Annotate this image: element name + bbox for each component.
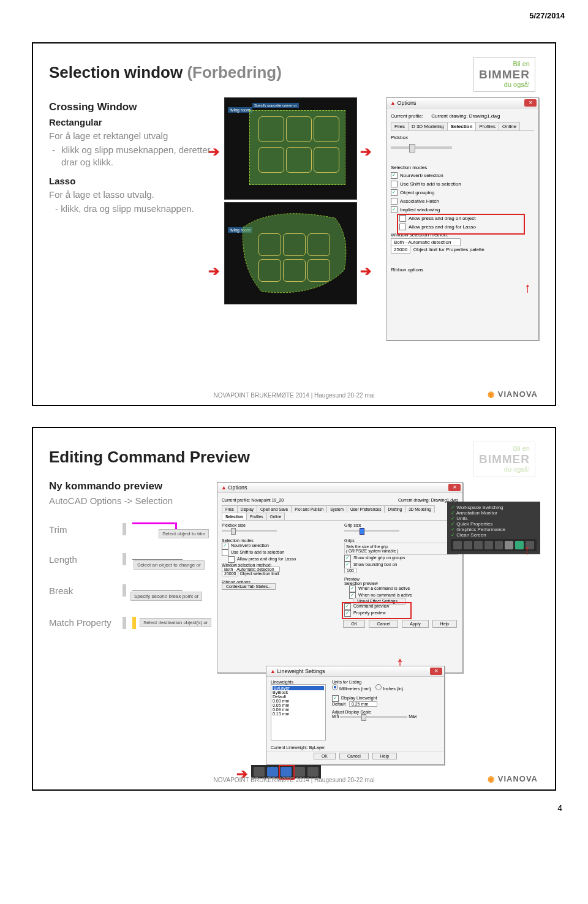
lasso-bullet: - klikk, dra og slipp museknappen. xyxy=(49,203,221,215)
red-highlight-box xyxy=(397,214,525,235)
options-dialog-large[interactable]: ▲ Options ✕ Current profile: Novapoint 1… xyxy=(217,482,463,673)
options-column: ▲ Options ✕ Current profile: Current dra… xyxy=(386,97,539,341)
slide1-text: Crossing Window Rectangular For å lage e… xyxy=(49,96,221,215)
red-arrow-icon xyxy=(208,146,222,156)
slide-2: Bli en BIMMER du også! Editing Command P… xyxy=(32,427,556,791)
page-number: 4 xyxy=(0,791,588,823)
slide-footer: NOVAPOINT BRUKERMØTE 2014 | Haugesund 20… xyxy=(33,777,555,783)
apply-button[interactable]: Apply xyxy=(402,620,429,628)
status-tray-menu[interactable]: Workspace Switching Annotation Monitor U… xyxy=(447,502,540,554)
room-label: living room xyxy=(228,107,252,113)
rect-intro: For å lage et rektangel utvalg xyxy=(49,130,221,142)
bimmer-logo: Bli en BIMMER du også! xyxy=(473,442,535,476)
label-break: Break xyxy=(49,586,116,596)
lasso-intro: For å lage et lasso utvalg. xyxy=(49,189,221,201)
help-button[interactable]: Help xyxy=(372,753,397,759)
label-trim: Trim xyxy=(49,524,116,535)
slide2-title: Editing Command Preview xyxy=(49,448,539,467)
label-length: Length xyxy=(49,554,116,565)
heading-rectangular: Rectangular xyxy=(49,116,221,129)
cad-rectangular-shot: living room Specify opposite corner or xyxy=(224,97,357,200)
tray-item[interactable]: Annotation Monitor xyxy=(451,510,537,516)
bimmer-logo: Bli en BIMMER du også! xyxy=(473,57,535,92)
close-icon[interactable]: ✕ xyxy=(524,99,537,107)
slide-footer: NOVAPOINT BRUKERMØTE 2014 | Haugesund 20… xyxy=(33,392,555,399)
lineweight-dialog[interactable]: ▲ Lineweight Settings ✕ Lineweights ByLa… xyxy=(266,666,445,765)
options-tabs[interactable]: FilesD 3D ModelingSelectionProfilesOnlin… xyxy=(391,121,534,131)
red-arrow-icon xyxy=(360,266,374,276)
page-date: 5/27/2014 xyxy=(0,0,588,21)
heading-lasso: Lasso xyxy=(49,175,221,187)
rect-bullet: klikk og slipp museknappen, deretter dra… xyxy=(49,144,221,168)
label-match: Match Property xyxy=(49,617,116,628)
slide1-title: Selection window (Forbedring) xyxy=(49,63,539,82)
cad-screenshots: living room Specify opposite corner or l… xyxy=(224,97,357,307)
red-arrow-icon xyxy=(360,146,374,156)
length-tooltip: Select an object to change or xyxy=(134,560,205,570)
red-arrow-icon: ↑ xyxy=(524,542,530,558)
red-arrow-icon: ↑ xyxy=(524,280,531,296)
trim-tooltip: Select object to trim xyxy=(159,529,209,538)
dialog-title: Options xyxy=(397,100,416,106)
red-arrow-icon xyxy=(208,266,222,276)
ok-button[interactable]: OK xyxy=(314,753,336,759)
help-button[interactable]: Help xyxy=(432,620,457,628)
heading-crossing: Crossing Window xyxy=(49,100,221,114)
slide-1: Bli en BIMMER du også! Selection window … xyxy=(32,42,556,406)
cad-lasso-shot: living room xyxy=(224,202,357,304)
close-icon[interactable]: ✕ xyxy=(448,484,461,491)
cancel-button[interactable]: Cancel xyxy=(339,753,369,759)
cancel-button[interactable]: Cancel xyxy=(369,620,398,628)
red-highlight-box xyxy=(342,602,412,619)
options-dialog[interactable]: ▲ Options ✕ Current profile: Current dra… xyxy=(386,97,539,341)
tray-item[interactable]: Clean Screen xyxy=(451,532,537,538)
ok-button[interactable]: OK xyxy=(343,620,365,628)
match-tooltip: Select destination object(s) or xyxy=(140,618,211,627)
close-icon[interactable]: ✕ xyxy=(430,668,442,675)
tray-item[interactable]: Quick Properties xyxy=(451,521,537,527)
tray-item[interactable]: Units xyxy=(451,516,537,521)
tray-item[interactable]: Workspace Switching xyxy=(451,505,537,510)
break-tooltip: Specify second break point or xyxy=(130,592,202,601)
tray-item[interactable]: Graphics Performance xyxy=(451,527,537,532)
